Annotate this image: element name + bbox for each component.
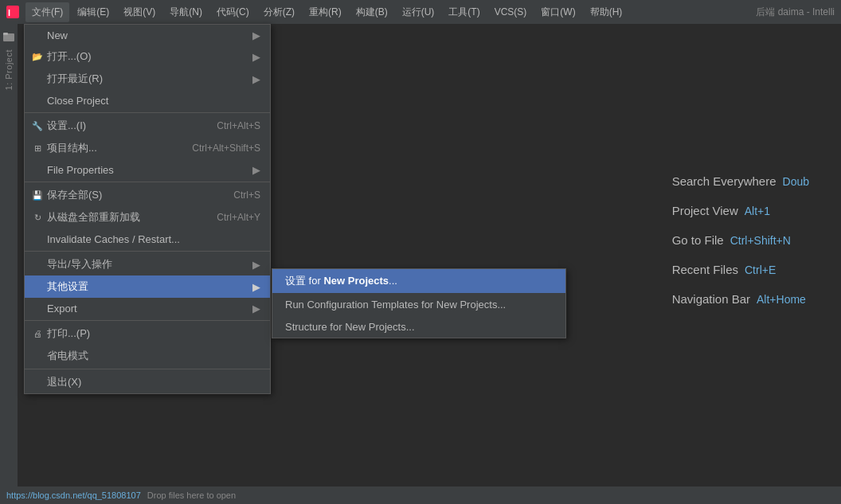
menu-item-other-settings[interactable]: 其他设置 ▶ xyxy=(25,275,270,298)
separator-3 xyxy=(25,251,270,252)
svg-rect-3 xyxy=(3,33,8,35)
arrow-icon-open: ▶ xyxy=(252,51,260,63)
arrow-icon-recent: ▶ xyxy=(252,73,260,85)
submenu-item-structure-new-projects[interactable]: Structure for New Projects... xyxy=(272,315,565,338)
arrow-icon-file-props: ▶ xyxy=(252,164,260,176)
separator-5 xyxy=(25,369,270,369)
status-url: https://blog.csdn.net/qq_51808107 xyxy=(6,490,141,500)
app-icon: I xyxy=(6,6,19,18)
menu-code[interactable]: 代码(C) xyxy=(210,2,256,22)
menu-item-power-save[interactable]: 省电模式 xyxy=(25,345,270,367)
shortcut-search-everywhere: Search Everywhere Doub xyxy=(672,174,809,188)
menu-item-export-import[interactable]: 导出/导入操作 ▶ xyxy=(25,253,270,275)
menu-window[interactable]: 窗口(W) xyxy=(534,2,581,22)
menu-item-open-recent[interactable]: 打开最近(R) ▶ xyxy=(25,68,270,90)
menu-edit[interactable]: 编辑(E) xyxy=(71,2,115,22)
folder-icon xyxy=(2,30,15,43)
menu-item-file-properties[interactable]: File Properties ▶ xyxy=(25,159,270,180)
grid-icon: ⊞ xyxy=(31,142,44,154)
menu-item-invalidate[interactable]: Invalidate Caches / Restart... xyxy=(25,229,270,249)
shortcut-goto-file: Go to File Ctrl+Shift+N xyxy=(672,233,791,247)
menu-view[interactable]: 视图(V) xyxy=(117,2,162,22)
menu-build[interactable]: 构建(B) xyxy=(350,2,394,22)
folder-open-icon: 📂 xyxy=(31,50,44,63)
separator-4 xyxy=(25,320,270,321)
submenu-item-settings-new-projects[interactable]: 设置 for New Projects... xyxy=(272,269,565,293)
shortcut-recent-files: Recent Files Ctrl+E xyxy=(672,263,776,276)
window-title: 后端 daima - Intelli xyxy=(756,6,835,19)
arrow-icon-other-settings: ▶ xyxy=(252,281,260,293)
status-bar: https://blog.csdn.net/qq_51808107 Drop f… xyxy=(0,486,841,504)
arrow-icon-export: ▶ xyxy=(252,303,260,315)
sidebar-strip: 1: Project xyxy=(0,24,18,504)
menu-item-print[interactable]: 🖨 打印...(P) xyxy=(25,322,270,345)
separator-1 xyxy=(25,112,270,113)
menu-help[interactable]: 帮助(H) xyxy=(584,2,629,22)
menu-item-save-all[interactable]: 💾 保存全部(S) Ctrl+S xyxy=(25,184,270,206)
menu-tools[interactable]: 工具(T) xyxy=(442,2,486,22)
project-panel-label: 1: Project xyxy=(4,49,14,90)
title-bar: I 文件(F) 编辑(E) 视图(V) 导航(N) 代码(C) 分析(Z) 重构… xyxy=(0,0,841,24)
shortcut-project-view: Project View Alt+1 xyxy=(672,204,770,217)
arrow-icon-export-import: ▶ xyxy=(252,259,260,271)
menu-item-close-project[interactable]: Close Project xyxy=(25,90,270,111)
menu-item-project-structure[interactable]: ⊞ 项目结构... Ctrl+Alt+Shift+S xyxy=(25,137,270,159)
submenu-item-run-config-templates[interactable]: Run Configuration Templates for New Proj… xyxy=(272,293,565,315)
welcome-shortcuts: Search Everywhere Doub Project View Alt+… xyxy=(672,174,809,306)
menu-item-new[interactable]: New ▶ xyxy=(25,25,270,45)
reload-icon: ↻ xyxy=(31,211,44,224)
menu-analyze[interactable]: 分析(Z) xyxy=(257,2,301,22)
drop-hint: Drop files here to open xyxy=(147,490,236,500)
other-settings-submenu: 设置 for New Projects... Run Configuration… xyxy=(272,268,566,338)
separator-2 xyxy=(25,182,270,182)
menu-item-reload[interactable]: ↻ 从磁盘全部重新加载 Ctrl+Alt+Y xyxy=(25,206,270,229)
menu-run[interactable]: 运行(U) xyxy=(396,2,441,22)
menu-vcs[interactable]: VCS(S) xyxy=(488,3,534,21)
arrow-icon: ▶ xyxy=(252,29,260,41)
menu-file[interactable]: 文件(F) xyxy=(25,2,69,22)
shortcut-nav-bar: Navigation Bar Alt+Home xyxy=(672,292,806,306)
menu-navigate[interactable]: 导航(N) xyxy=(163,2,209,22)
menu-item-settings[interactable]: 🔧 设置...(I) Ctrl+Alt+S xyxy=(25,115,270,137)
menu-item-export[interactable]: Export ▶ xyxy=(25,298,270,318)
print-icon: 🖨 xyxy=(31,327,44,340)
menu-item-open[interactable]: 📂 打开...(O) ▶ xyxy=(25,45,270,68)
save-icon: 💾 xyxy=(31,189,44,201)
menu-item-exit[interactable]: 退出(X) xyxy=(25,371,270,393)
svg-text:I: I xyxy=(8,8,10,18)
menu-refactor[interactable]: 重构(R) xyxy=(303,2,348,22)
file-menu-dropdown: New ▶ 📂 打开...(O) ▶ 打开最近(R) ▶ Close Proje… xyxy=(24,24,271,394)
wrench-icon: 🔧 xyxy=(31,119,44,132)
